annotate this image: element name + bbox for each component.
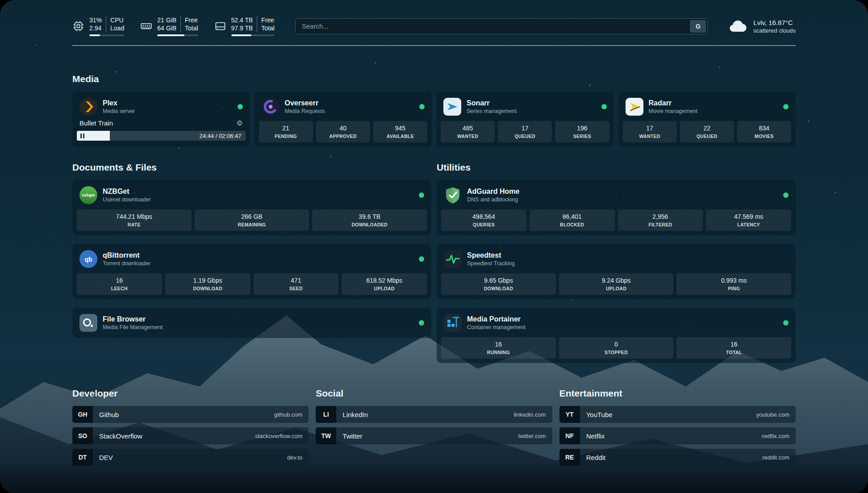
- app-card-speedtest[interactable]: Speedtest Speedtest Tracking 9.65 Gbps D…: [437, 244, 796, 299]
- cpu-usage-value: 31%: [89, 16, 102, 24]
- app-subtitle: Media File Management: [103, 324, 163, 330]
- bookmark-column-developer: Developer GH Github github.com SO StackO…: [72, 388, 309, 466]
- bookmark-url: youtube.com: [756, 411, 796, 418]
- weather-location: Lviv, 16.87°C: [753, 19, 796, 26]
- stat-queued: 17 QUEUED: [498, 121, 552, 142]
- bookmark-badge: GH: [72, 406, 93, 423]
- bookmark-dev[interactable]: DT DEV dev.to: [72, 449, 309, 466]
- stat-available: 945 AVAILABLE: [373, 121, 427, 142]
- app-card-qbittorrent[interactable]: qb qBittorrent Torrent downloader 16 LEE…: [72, 244, 431, 299]
- bookmark-twitter[interactable]: TW Twitter twitter.com: [316, 427, 552, 444]
- stat-latency: 47.569 ms LATENCY: [706, 209, 791, 231]
- pause-button[interactable]: [80, 134, 84, 138]
- app-name: Sonarr: [467, 99, 517, 107]
- status-dot: [601, 104, 607, 109]
- memory-free-label: Free: [185, 16, 198, 24]
- overseerr-icon: [262, 98, 280, 116]
- app-subtitle: Movie management: [649, 108, 698, 114]
- app-name: File Browser: [103, 315, 163, 323]
- stat-pending: 21 PENDING: [259, 121, 313, 142]
- bookmark-reddit[interactable]: RE Reddit reddit.com: [559, 449, 796, 466]
- gear-icon[interactable]: ⚙: [236, 120, 242, 127]
- disk-total-value: 97.9 TB: [231, 24, 253, 32]
- weather-condition: scattered clouds: [753, 27, 796, 34]
- bookmark-name: Twitter: [336, 432, 362, 440]
- disk-monitor: 52.4 TB 97.9 TB Free Total: [214, 16, 275, 36]
- stat-wanted: 485 WANTED: [441, 121, 495, 142]
- bookmark-url: netflix.com: [762, 433, 796, 439]
- app-name: qBittorrent: [103, 251, 150, 259]
- app-card-nzbget[interactable]: nzbget NZBGet Usenet downloader 744.21 M…: [72, 180, 431, 235]
- stat-download: 9.65 Gbps DOWNLOAD: [441, 273, 556, 295]
- memory-progress-bar: [157, 34, 198, 36]
- app-subtitle: Torrent downloader: [103, 260, 150, 267]
- app-name: Media Portainer: [467, 315, 526, 323]
- plex-icon: [79, 98, 97, 116]
- app-card-sonarr[interactable]: Sonarr Series management 485 WANTED 17 Q…: [436, 92, 614, 147]
- app-card-plex[interactable]: Plex Media server Bullet Train ⚙ 24:44 /…: [72, 92, 250, 147]
- dashboard-content: 31% 2.94 CPU Load: [0, 0, 868, 493]
- status-dot: [419, 256, 424, 262]
- now-playing-title: Bullet Train: [79, 119, 113, 127]
- portainer-icon: [444, 314, 462, 332]
- bookmark-name: LinkedIn: [336, 411, 368, 418]
- bookmark-linkedin[interactable]: LI LinkedIn linkedin.com: [316, 406, 552, 423]
- bookmark-name: Netflix: [580, 432, 605, 440]
- app-card-filebrowser[interactable]: File Browser Media File Management: [72, 308, 431, 338]
- app-name: AdGuard Home: [467, 188, 519, 195]
- memory-free-value: 21 GiB: [157, 16, 176, 24]
- app-name: Plex: [103, 99, 135, 107]
- cpu-usage-label: CPU: [110, 16, 124, 24]
- bookmark-url: stackoverflow.com: [255, 433, 309, 439]
- bookmark-youtube[interactable]: YT YouTube youtube.com: [559, 406, 796, 423]
- memory-monitor: 21 GiB 64 GiB Free Total: [140, 16, 198, 36]
- stat-remaining: 266 GB REMAINING: [195, 209, 309, 231]
- disk-icon: [214, 20, 226, 32]
- search-input[interactable]: [295, 18, 708, 34]
- disk-free-value: 52.4 TB: [231, 16, 253, 24]
- bookmark-name: Github: [93, 411, 119, 418]
- bookmark-url: twitter.com: [518, 433, 552, 439]
- bookmark-badge: YT: [559, 406, 580, 423]
- status-dot: [419, 104, 425, 109]
- app-card-adguard[interactable]: AdGuard Home DNS and adblocking 498,564 …: [437, 180, 796, 235]
- app-card-radarr[interactable]: Radarr Movie management 17 WANTED 22 QUE…: [618, 92, 796, 147]
- bookmark-name: DEV: [93, 454, 113, 461]
- stat-upload: 618.52 Mbps UPLOAD: [342, 273, 427, 295]
- app-name: NZBGet: [103, 188, 151, 195]
- topbar-divider: [72, 45, 796, 46]
- app-subtitle: Container management: [467, 324, 526, 330]
- app-name: Radarr: [649, 99, 698, 107]
- section-title-entertainment: Entertainment: [559, 388, 796, 399]
- dashboard: 31% 2.94 CPU Load: [0, 0, 868, 493]
- app-subtitle: Media Requests: [285, 108, 325, 114]
- app-subtitle: Media server: [103, 108, 135, 114]
- stat-download: 1.19 Gbps DOWNLOAD: [165, 273, 250, 295]
- stat-leech: 16 LEECH: [77, 273, 162, 295]
- memory-total-value: 64 GiB: [157, 24, 176, 32]
- documents-column: Documents & Files nzbget NZBGet: [72, 162, 431, 338]
- app-name: Overseerr: [285, 99, 325, 107]
- bookmark-stackoverflow[interactable]: SO StackOverflow stackoverflow.com: [72, 427, 309, 444]
- playback-progress-bar[interactable]: 24:44 / 02:06:47: [77, 131, 246, 141]
- app-card-overseerr[interactable]: Overseerr Media Requests 21 PENDING 40 A…: [255, 92, 432, 147]
- stat-queued: 22 QUEUED: [680, 121, 734, 142]
- bookmark-url: github.com: [274, 411, 309, 418]
- cpu-load-value: 2.94: [89, 24, 102, 32]
- app-name: Speedtest: [467, 251, 515, 259]
- memory-total-label: Total: [185, 24, 198, 32]
- bookmark-url: reddit.com: [762, 454, 796, 461]
- stat-filtered: 2,956 FILTERED: [618, 209, 703, 231]
- stat-stopped: 0 STOPPED: [559, 337, 674, 359]
- media-grid: Plex Media server Bullet Train ⚙ 24:44 /…: [72, 92, 796, 147]
- cpu-icon: [72, 20, 84, 32]
- stat-approved: 40 APPROVED: [316, 121, 370, 142]
- bookmark-netflix[interactable]: NF Netflix netflix.com: [559, 427, 796, 444]
- stat-series: 196 SERIES: [555, 121, 609, 142]
- bookmark-github[interactable]: GH Github github.com: [72, 406, 309, 423]
- svg-text:nzbget: nzbget: [82, 193, 95, 197]
- search-engine-button[interactable]: G: [690, 20, 706, 33]
- stat-wanted: 17 WANTED: [623, 121, 677, 142]
- app-card-portainer[interactable]: Media Portainer Container management 16 …: [437, 308, 796, 363]
- weather-widget: Lviv, 16.87°C scattered clouds: [728, 19, 796, 34]
